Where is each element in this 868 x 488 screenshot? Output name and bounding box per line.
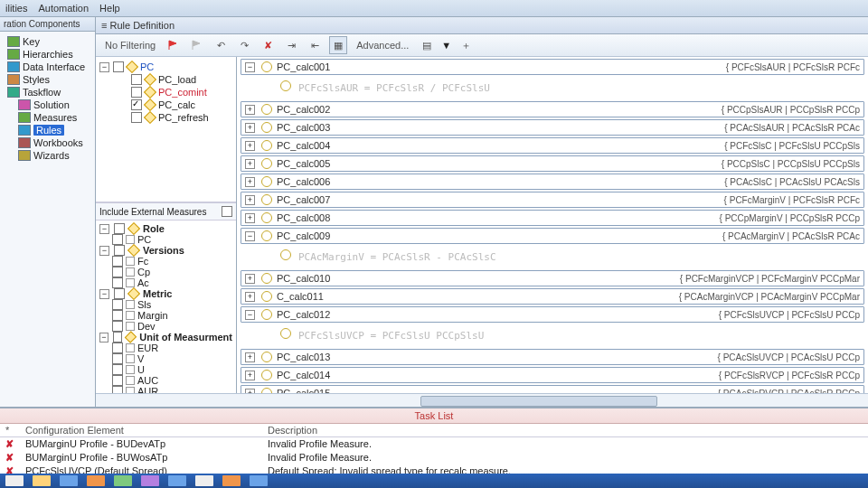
grid-button[interactable]: ▦ — [329, 36, 347, 54]
checkbox[interactable] — [114, 245, 125, 256]
include-external-checkbox[interactable] — [222, 206, 232, 217]
filter-item[interactable]: Dev — [99, 321, 232, 332]
checkbox[interactable] — [112, 234, 123, 245]
filter-tree[interactable]: −RolePC−VersionsFcCpAc−MetricSlsMarginDe… — [96, 221, 236, 393]
view-button[interactable]: ▤ — [418, 36, 436, 54]
rule-row[interactable]: −PC_calc012{ PCFcSlsUVCP | PCFcSlsU PCCp — [241, 306, 864, 323]
checkbox[interactable] — [112, 256, 123, 267]
taskbar-icon[interactable] — [195, 475, 213, 486]
checkbox[interactable] — [112, 375, 123, 386]
nav-item[interactable]: Data Interface — [2, 61, 93, 73]
filter-group[interactable]: −Versions — [99, 245, 232, 256]
filter-group[interactable]: −Role — [99, 223, 232, 234]
expand-icon[interactable]: + — [245, 352, 255, 362]
export-button[interactable]: ⇤ — [306, 36, 324, 54]
nav-item[interactable]: Workbooks — [2, 136, 93, 149]
expand-icon[interactable]: + — [245, 213, 255, 223]
checkbox[interactable] — [114, 223, 125, 234]
checkbox[interactable] — [112, 267, 123, 277]
filter-item[interactable]: Sls — [99, 299, 232, 310]
checkbox[interactable] — [112, 277, 123, 288]
checkbox[interactable] — [131, 99, 142, 110]
filter-item[interactable]: EUR — [99, 343, 232, 353]
collapse-icon[interactable]: − — [99, 333, 108, 343]
checkbox[interactable] — [113, 61, 124, 72]
add-button[interactable]: ＋ — [457, 36, 475, 54]
checkbox[interactable] — [112, 321, 123, 332]
delete-button[interactable]: ✘ — [259, 36, 277, 54]
undo-button[interactable]: ↶ — [212, 36, 230, 54]
filter-item[interactable]: PC — [99, 234, 232, 245]
filter-item[interactable]: Ac — [99, 277, 232, 288]
taskbar-icon[interactable] — [60, 475, 78, 486]
checkbox[interactable] — [131, 112, 142, 123]
import-button[interactable]: ⇥ — [282, 36, 300, 54]
checkbox[interactable] — [112, 364, 123, 375]
rule-row[interactable]: +PC_calc005{ PCCpSlsC | PCCpSlsU PCCpSls — [241, 155, 864, 172]
collapse-icon[interactable]: − — [99, 62, 109, 72]
filter-item[interactable]: Fc — [99, 256, 232, 267]
filter-item[interactable]: Cp — [99, 267, 232, 277]
rule-row[interactable]: +PC_calc004{ PCFcSlsC | PCFcSlsU PCCpSls — [241, 137, 864, 154]
nav-item[interactable]: Key — [2, 35, 93, 48]
nav-item[interactable]: Styles — [2, 73, 93, 86]
rule-row[interactable]: +PC_calc003{ PCAcSlsAUR | PCAcSlsR PCAc — [241, 119, 864, 136]
tree-item[interactable]: PC_calc — [99, 99, 232, 111]
taskbar-icon[interactable] — [114, 475, 132, 486]
rule-row[interactable]: +C_calc011{ PCAcMarginVCP | PCAcMarginV … — [241, 288, 864, 305]
task-row[interactable]: ✘BUMarginU Profile - BUWosATpInvalid Pro… — [0, 451, 868, 465]
expand-icon[interactable]: − — [245, 62, 255, 72]
taskbar-icon[interactable] — [168, 475, 186, 486]
expand-icon[interactable]: − — [245, 310, 255, 320]
expand-icon[interactable]: − — [245, 231, 255, 241]
nav-item[interactable]: Hierarchies — [2, 48, 93, 61]
nav-tree[interactable]: KeyHierarchiesData InterfaceStylesTaskfl… — [0, 32, 95, 407]
tree-item[interactable]: PC_load — [99, 73, 232, 86]
checkbox[interactable] — [112, 310, 123, 321]
checkbox[interactable] — [131, 87, 142, 98]
taskbar-icon[interactable] — [222, 475, 241, 486]
nav-item[interactable]: Taskflow — [2, 86, 93, 99]
nav-item[interactable]: Wizards — [2, 149, 93, 162]
os-taskbar[interactable] — [0, 474, 868, 488]
expand-icon[interactable]: + — [245, 292, 255, 302]
expand-icon[interactable]: + — [245, 105, 255, 115]
checkbox[interactable] — [112, 343, 123, 353]
rule-row[interactable]: +PC_calc010{ PCFcMarginVCP | PCFcMarginV… — [241, 270, 864, 286]
rules-list[interactable]: −PC_calc001{ PCFcSlsAUR | PCFcSlsR PCFcP… — [237, 57, 868, 393]
taskbar-icon[interactable] — [250, 475, 268, 486]
redo-button[interactable]: ↷ — [235, 36, 253, 54]
menu-automation[interactable]: Automation — [38, 3, 89, 14]
tab-pin-icon[interactable]: ≡ — [101, 20, 107, 31]
expand-icon[interactable]: + — [245, 195, 255, 205]
rule-row[interactable]: +PC_calc007{ PCFcMarginV | PCFcSlsR PCFc — [241, 192, 864, 208]
expand-icon[interactable]: + — [245, 123, 255, 133]
scrollbar-thumb[interactable] — [420, 396, 657, 407]
filter-item[interactable]: V — [99, 353, 232, 364]
tree-root[interactable]: −PC — [99, 61, 232, 73]
expand-icon[interactable]: + — [245, 177, 255, 187]
rule-row[interactable]: +PC_calc008{ PCCpMarginV | PCCpSlsR PCCp — [241, 210, 864, 226]
horizontal-scrollbar[interactable] — [96, 393, 868, 407]
collapse-icon[interactable]: − — [99, 246, 109, 256]
tree-item[interactable]: PC_refresh — [99, 111, 232, 124]
flag-grey-button[interactable] — [188, 36, 206, 54]
rule-row[interactable]: +PC_calc006{ PCAcSlsC | PCAcSlsU PCAcSls — [241, 174, 864, 190]
checkbox[interactable] — [113, 332, 123, 343]
checkbox[interactable] — [112, 353, 123, 364]
taskbar-icon[interactable] — [87, 475, 105, 486]
checkbox[interactable] — [114, 288, 125, 299]
advanced-label[interactable]: Advanced... — [353, 40, 412, 51]
collapse-icon[interactable]: − — [99, 289, 109, 299]
filter-group[interactable]: −Metric — [99, 288, 232, 299]
ruleset-tree[interactable]: −PCPC_loadPC_comintPC_calcPC_refresh — [96, 57, 236, 202]
expand-icon[interactable]: + — [245, 274, 255, 284]
nav-item[interactable]: Measures — [2, 111, 93, 124]
filter-group[interactable]: −Unit of Measurment — [99, 332, 232, 343]
rule-row[interactable]: +PC_calc002{ PCCpSlsAUR | PCCpSlsR PCCp — [241, 101, 864, 117]
filter-item[interactable]: AUC — [99, 375, 232, 386]
menu-utilities[interactable]: ilities — [5, 3, 27, 14]
menu-help[interactable]: Help — [99, 3, 120, 14]
filter-item[interactable]: U — [99, 364, 232, 375]
dropdown-arrow-icon[interactable]: ▼ — [441, 40, 451, 51]
